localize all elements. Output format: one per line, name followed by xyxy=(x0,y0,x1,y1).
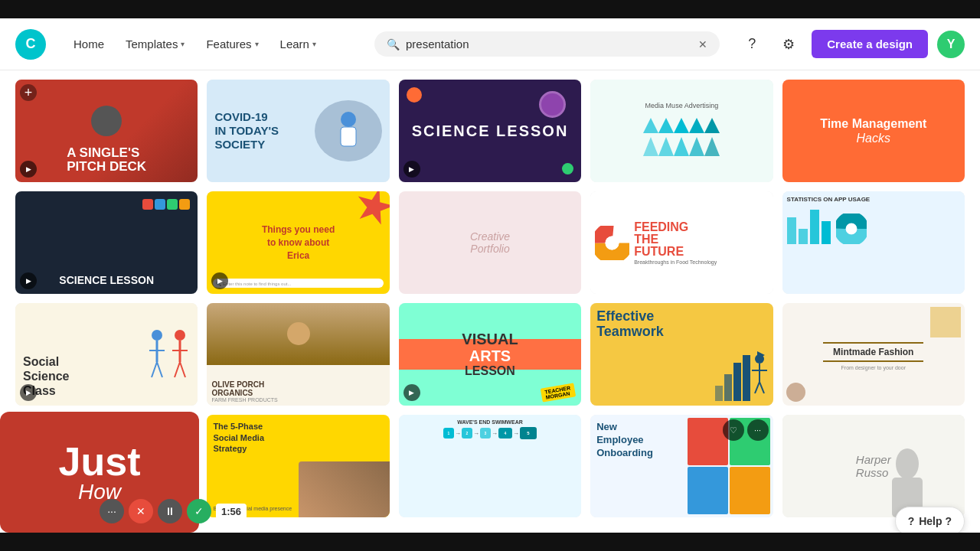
card-title: SCIENCE LESSON xyxy=(23,274,190,286)
dots-button[interactable]: ··· xyxy=(100,499,124,523)
card-text: FEEDINGTHEFUTURE Breakthroughs in Food T… xyxy=(634,221,768,265)
svg-rect-30 xyxy=(733,363,741,401)
nav-features[interactable]: Features ▾ xyxy=(197,31,267,57)
svg-line-36 xyxy=(760,382,764,393)
card-waves-end[interactable]: WAVE'S END SWIMWEAR 1 → 2 → 3 → 4 → 5 xyxy=(399,415,581,517)
card-science-dark[interactable]: SCIENCE LESSON ▶ xyxy=(399,80,581,182)
card-stats-app[interactable]: STATISTICS ON APP USAGE xyxy=(782,191,965,294)
play-icon[interactable]: ▶ xyxy=(403,161,420,178)
svg-point-18 xyxy=(152,330,162,341)
svg-marker-11 xyxy=(704,118,720,133)
illustrations xyxy=(145,309,191,399)
svg-point-17 xyxy=(846,223,857,234)
card-new-employee[interactable]: NewEmployeeOnboarding ♡ ··· xyxy=(590,415,773,517)
card-singles-pitch[interactable]: A SINGLE'SPITCH DECK + ▶ xyxy=(15,80,198,182)
create-design-button[interactable]: Create a design xyxy=(812,30,928,58)
avatar[interactable]: Y xyxy=(937,31,965,58)
card-avatar xyxy=(91,106,122,136)
badge: TEACHERMORGAN xyxy=(541,383,576,403)
card-inner: Things you needto know aboutErica 🔍 Ente… xyxy=(207,191,389,294)
heart-icon[interactable]: ♡ xyxy=(723,419,744,441)
svg-marker-9 xyxy=(689,118,704,133)
canva-logo[interactable]: C xyxy=(15,29,46,60)
svg-point-38 xyxy=(896,448,919,479)
nav-learn-label: Learn xyxy=(280,37,309,51)
help-button[interactable]: ? Help ? xyxy=(895,507,965,536)
nav-learn[interactable]: Learn ▾ xyxy=(271,31,325,57)
deco-circle-1 xyxy=(930,307,961,337)
process-flow: 1 → 2 → 3 → 4 → 5 xyxy=(403,427,577,439)
card-time-mgmt[interactable]: Time ManagementHacks xyxy=(782,80,965,182)
card-inner: WAVE'S END SWIMWEAR 1 → 2 → 3 → 4 → 5 xyxy=(399,415,581,517)
svg-point-0 xyxy=(341,112,356,127)
search-input[interactable] xyxy=(406,37,692,51)
card-inner: Time ManagementHacks xyxy=(782,80,965,182)
card-subtitle: Media Muse Advertising xyxy=(645,102,719,109)
card-title: STATISTICS ON APP USAGE xyxy=(787,196,960,203)
svg-line-26 xyxy=(175,362,180,377)
card-covid[interactable]: COVID-19IN TODAY'SSOCIETY xyxy=(207,80,389,182)
photo xyxy=(299,461,390,518)
card-social-science[interactable]: SocialScienceClass xyxy=(15,303,198,406)
card-inner: Media Muse Advertising xyxy=(590,80,773,182)
play-icon[interactable]: ▶ xyxy=(20,161,37,178)
card-subtitle: From designer to your door xyxy=(841,365,906,370)
card-inner: SocialScienceClass xyxy=(15,303,198,406)
svg-line-35 xyxy=(755,382,760,393)
help-icon: ? xyxy=(908,515,915,527)
divider xyxy=(823,342,923,344)
pie-chart xyxy=(595,226,629,260)
overlay-text: Just How xyxy=(59,442,141,503)
svg-marker-6 xyxy=(674,137,689,156)
clear-search-icon[interactable]: ✕ xyxy=(698,38,707,51)
card-inner: SCIENCE LESSON xyxy=(399,80,581,182)
pause-button[interactable]: ⏸ xyxy=(158,499,182,523)
svg-line-21 xyxy=(152,362,157,377)
nav-templates[interactable]: Templates ▾ xyxy=(116,31,194,57)
svg-rect-28 xyxy=(715,386,723,401)
nav: Home Templates ▾ Features ▾ Learn ▾ xyxy=(64,31,325,57)
svg-rect-29 xyxy=(724,374,732,401)
card-media-muse[interactable]: Media Muse Advertising xyxy=(590,80,773,182)
svg-point-14 xyxy=(606,236,619,249)
settings-icon-btn[interactable]: ⚙ xyxy=(775,31,802,58)
svg-rect-1 xyxy=(341,127,356,146)
nav-home-label: Home xyxy=(74,37,104,51)
search-bar: 🔍 ✕ xyxy=(374,31,720,57)
nav-templates-label: Templates xyxy=(126,37,178,51)
help-icon-btn[interactable]: ? xyxy=(738,31,766,58)
card-title: VISUAL ARTS LESSON xyxy=(462,331,518,377)
nav-features-label: Features xyxy=(206,37,251,51)
card-subtitle: Breakthroughs in Food Technology xyxy=(634,259,768,265)
card-mintmade-fashion[interactable]: Mintmade Fashion From designer to your d… xyxy=(782,303,965,406)
card-effective-teamwork[interactable]: EffectiveTeamwork xyxy=(590,303,773,406)
card-illustration xyxy=(315,100,381,161)
card-olive-porch[interactable]: OLIVE PORCHORGANICS FARM FRESH PRODUCTS xyxy=(207,303,389,406)
card-things-to-know[interactable]: Things you needto know aboutErica 🔍 Ente… xyxy=(207,191,389,294)
card-inner: STATISTICS ON APP USAGE xyxy=(782,191,965,294)
card-visual-arts[interactable]: VISUAL ARTS LESSON TEACHERMORGAN ▶ xyxy=(399,303,581,406)
svg-marker-4 xyxy=(658,137,674,156)
more-icon[interactable]: ··· xyxy=(747,419,769,441)
card-feeding-future[interactable]: FEEDINGTHEFUTURE Breakthroughs in Food T… xyxy=(590,191,773,294)
nav-home[interactable]: Home xyxy=(64,31,113,57)
check-button[interactable]: ✓ xyxy=(187,499,211,523)
search-mockup: 🔍 Enter this note to find things out... xyxy=(213,279,383,288)
food-item xyxy=(287,322,310,345)
card-title: Time ManagementHacks xyxy=(820,116,926,145)
svg-line-22 xyxy=(157,362,162,377)
play-icon[interactable]: ▶ xyxy=(403,384,420,401)
card-creative-portfolio[interactable]: CreativePortfolio xyxy=(399,191,581,294)
card-inner: Mintmade Fashion From designer to your d… xyxy=(782,303,965,406)
add-icon[interactable]: + xyxy=(20,84,37,101)
card-title: The 5-PhaseSocial MediaStrategy xyxy=(213,421,383,454)
planet-3 xyxy=(562,163,573,174)
planet-2 xyxy=(539,91,566,118)
card-subtitle: FARM FRESH PRODUCTS xyxy=(211,397,277,403)
close-button[interactable]: ✕ xyxy=(129,499,153,523)
card-title: Mintmade Fashion xyxy=(833,347,913,357)
card-harper-russo[interactable]: HarperRusso xyxy=(782,415,965,517)
card-science-puzzle[interactable]: SCIENCE LESSON ▶ xyxy=(15,191,198,294)
card-title: FEEDINGTHEFUTURE xyxy=(634,221,768,258)
header: C Home Templates ▾ Features ▾ Learn ▾ 🔍 … xyxy=(0,18,980,70)
